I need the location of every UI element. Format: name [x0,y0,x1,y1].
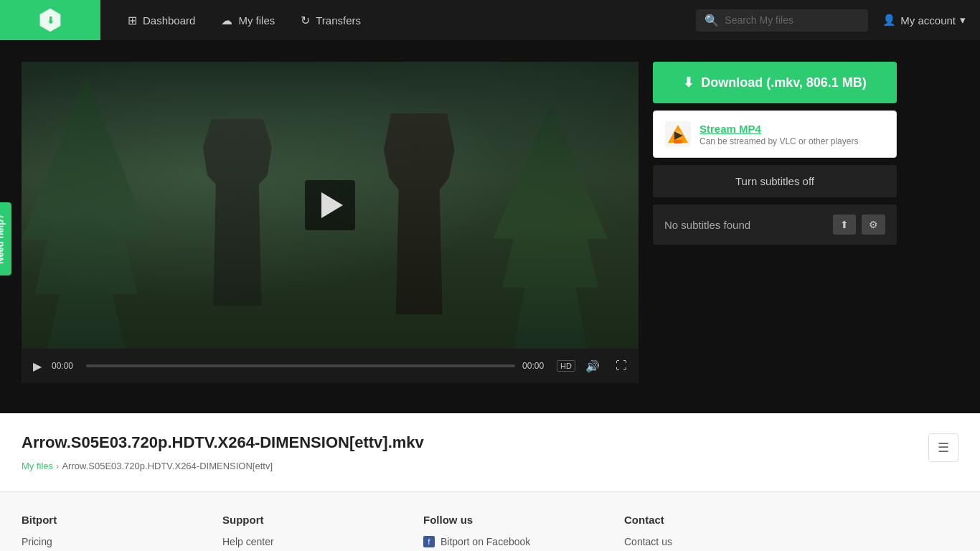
account-menu[interactable]: 👤 My account ▾ [868,0,980,40]
nav-myfiles[interactable]: ☁ My files [208,0,288,40]
video-controls: ▶ 00:00 00:00 HD 🔊 ⛶ [22,349,639,383]
download-button[interactable]: ⬇ Download (.mkv, 806.1 MB) [653,62,897,103]
footer-link-pricing[interactable]: Pricing [22,536,208,547]
footer-support-title: Support [222,514,409,526]
nav-transfers-label: Transfers [316,14,361,27]
file-actions-button[interactable]: ☰ [928,433,958,462]
transfer-icon: ↻ [301,14,310,27]
chevron-down-icon: ▾ [960,14,966,27]
sidebar: ⬇ Download (.mkv, 806.1 MB) ▶ Stream MP4… [653,62,897,392]
time-total: 00:00 [522,361,550,371]
search-input[interactable] [725,14,859,26]
breadcrumb-file: Arrow.S05E03.720p.HDTV.X264-DIMENSION[et… [62,461,273,471]
play-pause-button[interactable]: ▶ [30,357,44,376]
resolution-badge: HD [557,360,575,372]
no-subtitles-text: No subtitles found [664,219,750,231]
footer: Bitport Pricing Seeding Support Help cen… [0,491,980,551]
main-content: ▶ 00:00 00:00 HD 🔊 ⛶ ⬇ Download (.mkv, 8… [0,40,980,413]
search-bar: 🔍 [696,9,868,32]
subtitle-actions: ⬆ ⚙ [833,215,885,235]
footer-grid: Bitport Pricing Seeding Support Help cen… [22,514,811,551]
stream-label: Stream MP4 [699,123,858,135]
stream-button[interactable]: ▶ Stream MP4 Can be streamed by VLC or o… [653,110,897,158]
facebook-icon: f [423,536,435,547]
footer-col-contact: Contact Contact us Press [624,514,811,551]
file-info-section: ☰ Arrow.S05E03.720p.HDTV.X264-DIMENSION[… [0,413,980,491]
stream-sublabel: Can be streamed by VLC or other players [699,136,858,146]
footer-col-bitport: Bitport Pricing Seeding [22,514,208,551]
subtitle-settings-button[interactable]: ⚙ [862,215,885,235]
fullscreen-button[interactable]: ⛶ [613,357,630,375]
footer-followus-title: Follow us [423,514,610,526]
logo[interactable]: ⬇ [0,0,100,40]
file-title: Arrow.S05E03.720p.HDTV.X264-DIMENSION[et… [22,433,958,452]
progress-bar[interactable] [86,364,515,367]
dashboard-icon: ⊞ [128,14,137,27]
subtitles-off-button[interactable]: Turn subtitles off [653,165,897,197]
footer-contact-title: Contact [624,514,811,526]
footer-col-support: Support Help center Report a problem [222,514,409,551]
footer-link-helpcenter[interactable]: Help center [222,536,409,547]
footer-facebook-label: Bitport on Facebook [440,536,530,547]
breadcrumb-root[interactable]: My files [22,461,53,471]
play-triangle-icon [321,192,343,218]
account-icon: 👤 [882,14,896,27]
cloud-icon: ☁ [221,14,232,27]
nav-transfers[interactable]: ↻ Transfers [288,0,374,40]
no-subtitles-bar: No subtitles found ⬆ ⚙ [653,204,897,245]
svg-text:⬇: ⬇ [47,16,55,26]
nav-dashboard[interactable]: ⊞ Dashboard [115,0,208,40]
breadcrumb: My files › Arrow.S05E03.720p.HDTV.X264-D… [22,461,928,471]
vlc-icon: ▶ [665,121,691,147]
nav-dashboard-label: Dashboard [143,14,195,27]
breadcrumb-separator: › [56,461,59,471]
svg-text:▶: ▶ [674,129,683,141]
play-button[interactable] [305,180,355,230]
time-current: 00:00 [52,361,79,371]
video-wrapper [22,62,639,349]
subtitles-off-label: Turn subtitles off [735,175,814,187]
account-label: My account [900,14,956,27]
need-help-tab[interactable]: Need help? [0,202,11,276]
footer-link-facebook[interactable]: f Bitport on Facebook [423,536,610,547]
volume-button[interactable]: 🔊 [583,357,603,376]
footer-link-contactus[interactable]: Contact us [624,536,811,547]
footer-bitport-title: Bitport [22,514,208,526]
search-icon: 🔍 [705,14,719,27]
footer-col-followus: Follow us f Bitport on Facebook t Bitpor… [423,514,610,551]
download-label: Download (.mkv, 806.1 MB) [701,75,867,90]
download-icon: ⬇ [683,75,694,90]
nav-myfiles-label: My files [238,14,275,27]
navbar: ⬇ ⊞ Dashboard ☁ My files ↻ Transfers 🔍 👤… [0,0,980,40]
video-container: ▶ 00:00 00:00 HD 🔊 ⛶ [22,62,639,392]
nav-links: ⊞ Dashboard ☁ My files ↻ Transfers [115,0,374,40]
upload-subtitle-button[interactable]: ⬆ [833,215,856,235]
